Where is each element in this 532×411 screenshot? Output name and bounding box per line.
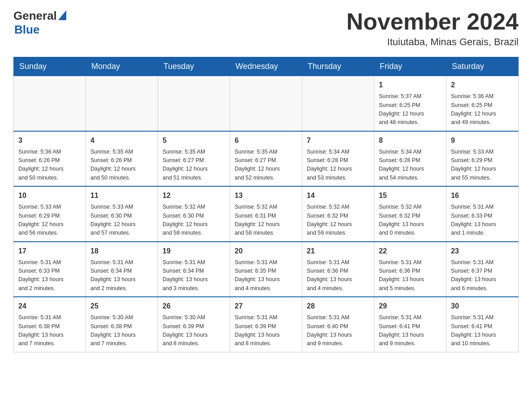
day-number: 3	[18, 135, 81, 146]
calendar-table: SundayMondayTuesdayWednesdayThursdayFrid…	[13, 57, 519, 352]
calendar-day-cell: 19Sunrise: 5:31 AMSunset: 6:34 PMDayligh…	[158, 242, 230, 297]
calendar-day-cell: 4Sunrise: 5:35 AMSunset: 6:26 PMDaylight…	[86, 131, 158, 187]
day-number: 23	[451, 246, 514, 257]
day-info: Sunrise: 5:35 AMSunset: 6:26 PMDaylight:…	[90, 148, 153, 183]
day-number: 24	[18, 301, 81, 312]
calendar-header-thursday: Thursday	[302, 57, 374, 76]
calendar-day-cell: 30Sunrise: 5:31 AMSunset: 6:41 PMDayligh…	[446, 297, 519, 352]
calendar-day-cell: 6Sunrise: 5:35 AMSunset: 6:27 PMDaylight…	[230, 131, 302, 187]
day-info: Sunrise: 5:31 AMSunset: 6:34 PMDaylight:…	[90, 258, 153, 293]
day-number: 14	[307, 190, 369, 201]
calendar-day-cell	[14, 76, 86, 131]
day-number: 22	[379, 246, 442, 257]
day-number: 4	[90, 135, 153, 146]
calendar-header-friday: Friday	[374, 57, 446, 76]
calendar-week-row: 10Sunrise: 5:33 AMSunset: 6:29 PMDayligh…	[14, 186, 519, 242]
day-number: 20	[235, 246, 297, 257]
calendar-day-cell: 20Sunrise: 5:31 AMSunset: 6:35 PMDayligh…	[230, 242, 302, 297]
svg-marker-0	[58, 10, 66, 20]
day-number: 29	[379, 301, 442, 312]
calendar-header-saturday: Saturday	[446, 57, 519, 76]
calendar-header-monday: Monday	[86, 57, 158, 76]
day-info: Sunrise: 5:32 AMSunset: 6:32 PMDaylight:…	[379, 203, 442, 238]
day-info: Sunrise: 5:31 AMSunset: 6:33 PMDaylight:…	[18, 258, 81, 293]
day-info: Sunrise: 5:33 AMSunset: 6:29 PMDaylight:…	[18, 203, 81, 238]
calendar-header-tuesday: Tuesday	[158, 57, 230, 76]
calendar-day-cell: 8Sunrise: 5:34 AMSunset: 6:28 PMDaylight…	[374, 131, 446, 187]
day-info: Sunrise: 5:34 AMSunset: 6:28 PMDaylight:…	[379, 148, 442, 183]
day-info: Sunrise: 5:31 AMSunset: 6:41 PMDaylight:…	[451, 313, 514, 348]
day-info: Sunrise: 5:32 AMSunset: 6:30 PMDaylight:…	[163, 203, 225, 238]
title-block: November 2024 Ituiutaba, Minas Gerais, B…	[347, 9, 519, 48]
calendar-day-cell	[302, 76, 374, 131]
day-info: Sunrise: 5:35 AMSunset: 6:27 PMDaylight:…	[163, 148, 225, 183]
day-number: 18	[90, 246, 153, 257]
day-number: 9	[451, 135, 514, 146]
day-info: Sunrise: 5:31 AMSunset: 6:35 PMDaylight:…	[235, 258, 297, 293]
day-info: Sunrise: 5:31 AMSunset: 6:40 PMDaylight:…	[307, 313, 369, 348]
day-info: Sunrise: 5:34 AMSunset: 6:28 PMDaylight:…	[307, 148, 369, 183]
day-number: 7	[307, 135, 369, 146]
calendar-day-cell: 11Sunrise: 5:33 AMSunset: 6:30 PMDayligh…	[86, 186, 158, 242]
day-info: Sunrise: 5:32 AMSunset: 6:31 PMDaylight:…	[235, 203, 297, 238]
day-info: Sunrise: 5:32 AMSunset: 6:32 PMDaylight:…	[307, 203, 369, 238]
day-info: Sunrise: 5:31 AMSunset: 6:36 PMDaylight:…	[379, 258, 442, 293]
calendar-subtitle: Ituiutaba, Minas Gerais, Brazil	[347, 36, 519, 48]
day-number: 19	[163, 246, 225, 257]
calendar-day-cell: 28Sunrise: 5:31 AMSunset: 6:40 PMDayligh…	[302, 297, 374, 352]
day-info: Sunrise: 5:31 AMSunset: 6:36 PMDaylight:…	[307, 258, 369, 293]
calendar-day-cell: 23Sunrise: 5:31 AMSunset: 6:37 PMDayligh…	[446, 242, 519, 297]
page-header: General Blue November 2024 Ituiutaba, Mi…	[13, 9, 519, 48]
calendar-day-cell: 18Sunrise: 5:31 AMSunset: 6:34 PMDayligh…	[86, 242, 158, 297]
calendar-day-cell: 22Sunrise: 5:31 AMSunset: 6:36 PMDayligh…	[374, 242, 446, 297]
calendar-day-cell: 10Sunrise: 5:33 AMSunset: 6:29 PMDayligh…	[14, 186, 86, 242]
calendar-day-cell: 21Sunrise: 5:31 AMSunset: 6:36 PMDayligh…	[302, 242, 374, 297]
calendar-day-cell: 3Sunrise: 5:36 AMSunset: 6:26 PMDaylight…	[14, 131, 86, 187]
calendar-day-cell: 5Sunrise: 5:35 AMSunset: 6:27 PMDaylight…	[158, 131, 230, 187]
day-info: Sunrise: 5:33 AMSunset: 6:30 PMDaylight:…	[90, 203, 153, 238]
day-number: 2	[451, 80, 514, 90]
calendar-day-cell	[230, 76, 302, 131]
calendar-header-sunday: Sunday	[14, 57, 86, 76]
day-number: 30	[451, 301, 514, 312]
day-info: Sunrise: 5:31 AMSunset: 6:33 PMDaylight:…	[451, 203, 514, 238]
calendar-day-cell: 13Sunrise: 5:32 AMSunset: 6:31 PMDayligh…	[230, 186, 302, 242]
day-info: Sunrise: 5:31 AMSunset: 6:38 PMDaylight:…	[18, 313, 81, 348]
calendar-day-cell	[158, 76, 230, 131]
calendar-week-row: 3Sunrise: 5:36 AMSunset: 6:26 PMDaylight…	[14, 131, 519, 187]
calendar-day-cell: 26Sunrise: 5:30 AMSunset: 6:39 PMDayligh…	[158, 297, 230, 352]
day-info: Sunrise: 5:35 AMSunset: 6:27 PMDaylight:…	[235, 148, 297, 183]
day-info: Sunrise: 5:37 AMSunset: 6:25 PMDaylight:…	[379, 92, 442, 127]
calendar-week-row: 17Sunrise: 5:31 AMSunset: 6:33 PMDayligh…	[14, 242, 519, 297]
calendar-header-row: SundayMondayTuesdayWednesdayThursdayFrid…	[14, 57, 519, 76]
calendar-title: November 2024	[347, 9, 519, 34]
day-info: Sunrise: 5:31 AMSunset: 6:41 PMDaylight:…	[379, 313, 442, 348]
calendar-day-cell: 9Sunrise: 5:33 AMSunset: 6:29 PMDaylight…	[446, 131, 519, 187]
calendar-day-cell: 27Sunrise: 5:31 AMSunset: 6:39 PMDayligh…	[230, 297, 302, 352]
calendar-day-cell: 15Sunrise: 5:32 AMSunset: 6:32 PMDayligh…	[374, 186, 446, 242]
calendar-day-cell: 25Sunrise: 5:30 AMSunset: 6:38 PMDayligh…	[86, 297, 158, 352]
calendar-week-row: 24Sunrise: 5:31 AMSunset: 6:38 PMDayligh…	[14, 297, 519, 352]
day-number: 12	[163, 190, 225, 201]
day-number: 25	[90, 301, 153, 312]
day-number: 28	[307, 301, 369, 312]
calendar-day-cell: 14Sunrise: 5:32 AMSunset: 6:32 PMDayligh…	[302, 186, 374, 242]
calendar-day-cell: 12Sunrise: 5:32 AMSunset: 6:30 PMDayligh…	[158, 186, 230, 242]
day-number: 26	[163, 301, 225, 312]
calendar-day-cell: 7Sunrise: 5:34 AMSunset: 6:28 PMDaylight…	[302, 131, 374, 187]
logo: General Blue	[13, 9, 66, 37]
day-info: Sunrise: 5:33 AMSunset: 6:29 PMDaylight:…	[451, 148, 514, 183]
day-info: Sunrise: 5:36 AMSunset: 6:25 PMDaylight:…	[451, 92, 514, 127]
calendar-week-row: 1Sunrise: 5:37 AMSunset: 6:25 PMDaylight…	[14, 76, 519, 131]
day-number: 16	[451, 190, 514, 201]
day-number: 5	[163, 135, 225, 146]
day-info: Sunrise: 5:36 AMSunset: 6:26 PMDaylight:…	[18, 148, 81, 183]
logo-general-text: General	[13, 9, 57, 23]
day-info: Sunrise: 5:31 AMSunset: 6:39 PMDaylight:…	[235, 313, 297, 348]
calendar-day-cell: 29Sunrise: 5:31 AMSunset: 6:41 PMDayligh…	[374, 297, 446, 352]
day-number: 8	[379, 135, 442, 146]
day-info: Sunrise: 5:31 AMSunset: 6:37 PMDaylight:…	[451, 258, 514, 293]
calendar-header-wednesday: Wednesday	[230, 57, 302, 76]
day-info: Sunrise: 5:30 AMSunset: 6:38 PMDaylight:…	[90, 313, 153, 348]
day-info: Sunrise: 5:31 AMSunset: 6:34 PMDaylight:…	[163, 258, 225, 293]
